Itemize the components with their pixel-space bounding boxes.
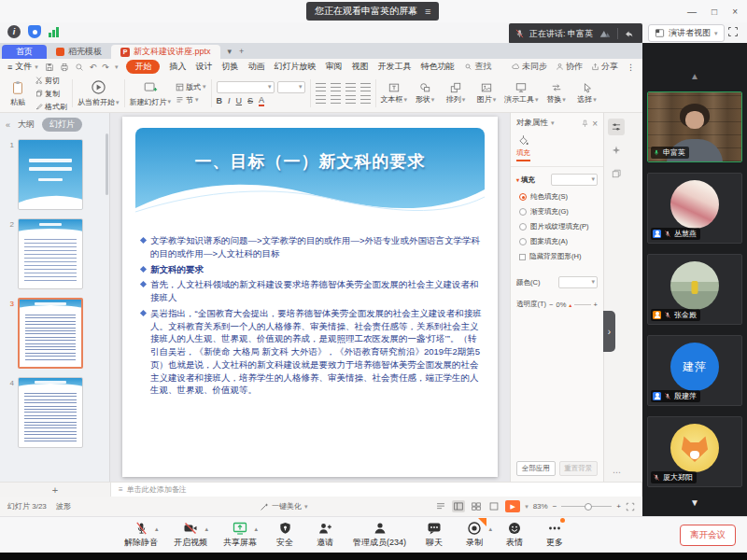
- align-right-button[interactable]: [345, 95, 356, 104]
- paste-button[interactable]: 粘贴: [5, 80, 31, 107]
- pattern-fill-radio[interactable]: 图案填充(A): [519, 237, 598, 246]
- numbering-button[interactable]: [331, 83, 341, 91]
- copy-button[interactable]: 复制: [35, 89, 67, 99]
- fullscreen-button[interactable]: [727, 26, 739, 37]
- start-video-button[interactable]: ▴ 开启视频: [174, 520, 207, 549]
- ribbon-tab-design[interactable]: 设计: [195, 61, 212, 73]
- share-options-caret-icon[interactable]: ▴: [254, 525, 258, 533]
- font-size-select[interactable]: ▾: [277, 81, 305, 93]
- indent-decrease-button[interactable]: [345, 83, 356, 91]
- collapse-panel-button[interactable]: «: [6, 120, 10, 130]
- record-options-caret-icon[interactable]: ▴: [489, 525, 493, 533]
- reset-background-button[interactable]: 重置背景: [559, 461, 599, 476]
- tab-template[interactable]: 稻壳模板: [47, 45, 111, 59]
- underline-button[interactable]: U: [236, 96, 243, 105]
- invite-button[interactable]: 邀请: [313, 520, 337, 549]
- transparency-slider-marker[interactable]: ▴: [569, 301, 571, 308]
- transparency-minus-button[interactable]: −: [549, 301, 553, 309]
- unmute-button[interactable]: ▴ 解除静音: [124, 520, 158, 549]
- network-signal-icon[interactable]: [49, 25, 59, 38]
- collaborate-button[interactable]: 协作: [556, 61, 583, 73]
- info-status-icon[interactable]: i: [7, 25, 21, 38]
- save-icon[interactable]: [45, 63, 54, 72]
- slide-thumbnail-4[interactable]: 4: [4, 377, 109, 448]
- speaker-view-caret-icon[interactable]: ▾: [714, 30, 718, 37]
- transparency-slider[interactable]: [574, 304, 590, 305]
- tab-outline[interactable]: 大纲: [18, 119, 35, 131]
- section-button[interactable]: 节▾: [176, 95, 206, 105]
- security-button[interactable]: 安全: [273, 520, 297, 549]
- share-button[interactable]: 分享: [591, 61, 618, 73]
- ribbon-tab-animation[interactable]: 动画: [247, 61, 264, 73]
- close-panel-icon[interactable]: ×: [592, 119, 598, 129]
- minimize-button[interactable]: —: [687, 7, 697, 17]
- play-from-current-button[interactable]: 从当前开始▾: [78, 77, 120, 110]
- ribbon-search[interactable]: 查找: [464, 61, 491, 73]
- scroll-up-button[interactable]: ▲: [690, 71, 699, 81]
- mic-options-caret-icon[interactable]: ▴: [155, 525, 159, 533]
- presentation-tools-button[interactable]: 演示工具▾: [504, 82, 539, 105]
- menu-overflow-icon[interactable]: ⋮: [627, 63, 635, 72]
- picture-texture-fill-radio[interactable]: 图片或纹理填充(P): [519, 222, 598, 231]
- solid-fill-radio[interactable]: 纯色填充(S): [519, 192, 598, 202]
- emoji-button[interactable]: 表情: [502, 520, 527, 549]
- picture-button[interactable]: 图片▾: [473, 82, 500, 105]
- italic-button[interactable]: I: [228, 96, 231, 105]
- slideshow-play-button[interactable]: ▶: [505, 500, 520, 512]
- ribbon-tab-slideshow[interactable]: 幻灯片放映: [274, 61, 316, 73]
- apply-all-button[interactable]: 全部应用: [516, 461, 556, 476]
- participant-tile-5[interactable]: 厦大郑阳: [647, 416, 742, 487]
- participant-tile-4[interactable]: 建萍 殷建萍: [647, 335, 742, 406]
- thumbnail-scrollbar[interactable]: [106, 133, 108, 195]
- text-box-button[interactable]: 文本框▾: [381, 82, 408, 105]
- slide-sorter-view-button[interactable]: [470, 500, 483, 512]
- bold-button[interactable]: B: [217, 96, 223, 105]
- align-left-button[interactable]: [316, 95, 326, 104]
- smart-assistant-icon[interactable]: [608, 142, 625, 159]
- color-select[interactable]: ▾: [558, 276, 598, 288]
- layout-button[interactable]: 版式▾: [176, 82, 206, 92]
- line-spacing-button[interactable]: [360, 95, 371, 104]
- shapes-button[interactable]: 形状▾: [412, 82, 438, 105]
- zoom-slider-handle[interactable]: [585, 503, 592, 511]
- fill-tab[interactable]: 填充: [516, 134, 530, 161]
- ribbon-tab-review[interactable]: 审阅: [325, 61, 342, 73]
- tab-slides[interactable]: 幻灯片: [42, 118, 82, 132]
- slide-thumbnail-2[interactable]: 2: [4, 218, 109, 289]
- bullets-button[interactable]: [316, 83, 326, 91]
- tab-document[interactable]: P 新文科建设讲座.pptx: [111, 45, 220, 59]
- ribbon-tab-view[interactable]: 视图: [351, 61, 368, 73]
- indent-increase-button[interactable]: [360, 83, 371, 91]
- normal-view-button[interactable]: [452, 500, 465, 512]
- panel-expand-handle[interactable]: ›: [603, 311, 615, 352]
- ribbon-tab-insert[interactable]: 插入: [169, 61, 186, 73]
- fill-style-select[interactable]: ▾: [551, 174, 598, 186]
- gradient-fill-radio[interactable]: 渐变填充(G): [519, 207, 598, 217]
- replace-button[interactable]: 替换▾: [543, 82, 570, 105]
- pin-icon[interactable]: [581, 119, 589, 128]
- properties-strip-icon[interactable]: [608, 119, 625, 135]
- font-color-button[interactable]: A: [259, 96, 264, 106]
- zoom-slider[interactable]: [561, 506, 612, 507]
- restore-button[interactable]: □: [712, 7, 717, 17]
- scroll-down-button[interactable]: ▼: [690, 497, 699, 508]
- banner-menu-icon[interactable]: ≡: [425, 6, 430, 17]
- close-button[interactable]: ×: [732, 7, 738, 17]
- print-icon[interactable]: [60, 63, 69, 72]
- return-arrow-icon[interactable]: [623, 29, 633, 39]
- shield-status-icon[interactable]: [28, 25, 41, 38]
- slide-thumbnail-3-selected[interactable]: 3: [4, 298, 109, 369]
- select-button[interactable]: 选择▾: [574, 82, 600, 105]
- record-button[interactable]: ▴ 录制: [462, 520, 486, 549]
- fit-slide-icon[interactable]: [626, 502, 635, 511]
- font-family-select[interactable]: ▾: [217, 81, 275, 93]
- participant-tile-1[interactable]: 申富英: [647, 91, 742, 162]
- transparency-plus-button[interactable]: +: [594, 301, 598, 309]
- strip-more-icon[interactable]: ⋯: [613, 468, 621, 477]
- print-preview-icon[interactable]: [75, 63, 84, 72]
- redo-button[interactable]: ↷: [102, 63, 109, 72]
- ribbon-tab-home[interactable]: 开始: [126, 60, 160, 74]
- tab-list-button[interactable]: ▾: [228, 47, 233, 56]
- camera-options-caret-icon[interactable]: ▴: [204, 525, 208, 533]
- align-center-button[interactable]: [331, 95, 341, 104]
